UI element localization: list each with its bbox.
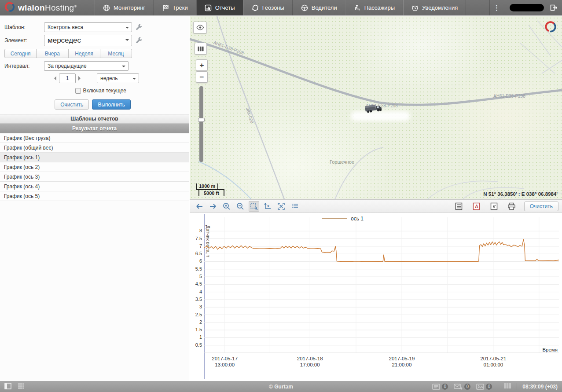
chart-area[interactable]: ось 1 Датчик веса, т 0.511.522.533.544.5… (190, 213, 562, 381)
templates-section-header[interactable]: Шаблоны отчетов (0, 114, 189, 124)
chart-data-table-button[interactable] (290, 201, 300, 212)
user-name-redacted[interactable] (510, 4, 544, 11)
statusbar: © Gurtam 0 0 0 08:39:09 (+03) (0, 381, 562, 392)
interval-count-input[interactable] (59, 73, 76, 83)
increment-arrow[interactable] (78, 76, 83, 81)
wialon-swirl-icon (4, 2, 15, 14)
toggle-sidebar-icon[interactable] (4, 383, 11, 391)
template-settings-wrench-icon[interactable] (136, 24, 143, 31)
wialon-app: wialonHosting® МониторингТрекиОтчетыГеоз… (0, 0, 562, 392)
driver-icon (301, 4, 308, 11)
tab-label: Отчеты (215, 4, 235, 11)
tab-alarm[interactable]: Уведомления (403, 0, 466, 15)
sensor-line-chart (190, 213, 562, 381)
more-menu-button[interactable]: ⋮ (489, 0, 503, 15)
chart-reset-scale-button[interactable]: x (262, 201, 273, 212)
result-section-header[interactable]: Результат отчета (0, 124, 189, 133)
flag-icon (162, 4, 169, 11)
svg-text:A: A (475, 204, 478, 209)
highway-label-3: АН61-Е38-Р298 (493, 94, 525, 99)
tab-globe[interactable]: Мониторинг (95, 0, 154, 15)
x-axis-title: Время (542, 347, 558, 352)
zoom-in-button[interactable]: + (196, 59, 208, 71)
map-provider-logo-icon (544, 21, 557, 34)
tab-flag[interactable]: Треки (154, 0, 196, 15)
passenger-icon (354, 4, 361, 11)
export-pdf-button[interactable]: A (471, 201, 482, 212)
badge-count: 0 (464, 383, 471, 390)
include-current-checkbox[interactable] (75, 88, 81, 94)
chart-clear-button[interactable]: Очистить (524, 201, 558, 211)
logout-icon[interactable] (550, 4, 558, 11)
tab-label: Мониторинг (114, 4, 145, 11)
tab-passenger[interactable]: Пассажиры (345, 0, 403, 15)
topbar-right: ⋮ (489, 0, 562, 15)
town-label: Горшечное (330, 159, 354, 165)
zoom-out-button[interactable]: − (196, 71, 208, 83)
notifications-messages-badge[interactable]: 0 (454, 383, 471, 390)
notifications-media-badge[interactable]: 0 (476, 383, 492, 390)
template-select[interactable]: Контроль веса (44, 22, 132, 32)
apps-grid-icon[interactable] (18, 383, 25, 391)
badge-count: 0 (441, 383, 448, 390)
report-result-list: График (Вес груза)График (общий вес)Граф… (0, 133, 189, 201)
notifications-reports-badge[interactable]: 0 (432, 383, 448, 390)
visibility-eye-button[interactable] (193, 22, 207, 33)
wordmark: wialonHosting® (18, 3, 77, 13)
result-list-item[interactable]: График (Вес груза) (0, 133, 189, 143)
quick-range-button-2[interactable]: Неделя (68, 49, 100, 58)
wialon-logo: wialonHosting® (0, 0, 95, 15)
result-list-item[interactable]: График (общий вес) (0, 143, 189, 153)
result-list-item[interactable]: График (ось 1) (0, 153, 189, 162)
cursor-coordinates: N 51° 36.3850' : E 038° 06.8984' (483, 191, 558, 197)
chart-zoom-out-button[interactable] (235, 201, 246, 212)
template-label: Шаблон: (4, 24, 44, 30)
open-report-button[interactable] (454, 201, 464, 212)
execute-button[interactable]: Выполнить (92, 99, 131, 110)
map-zoom-slider-handle[interactable] (198, 118, 205, 122)
export-file-button[interactable] (489, 201, 500, 212)
report-icon (205, 4, 212, 11)
map-zoom-slider[interactable] (199, 86, 203, 162)
include-current-label: Включая текущее (83, 88, 126, 94)
chart-export-group: A Очистить (454, 201, 558, 212)
unit-label: Элемент: (4, 37, 44, 44)
tab-label: Пассажиры (364, 4, 395, 11)
result-list-item[interactable]: График (ось 4) (0, 182, 189, 191)
tab-driver[interactable]: Водители (293, 0, 345, 15)
interval-stepper: недель (52, 73, 189, 83)
tab-label: Треки (173, 4, 188, 11)
table-view-icon[interactable] (503, 383, 511, 390)
badge-count: 0 (485, 383, 492, 390)
chart-forward-button[interactable] (208, 201, 218, 212)
clock-time: 08:39:09 (+03) (522, 384, 558, 390)
chart-toolbar: x A (190, 200, 562, 213)
quick-range-button-1[interactable]: Вчера (36, 49, 68, 58)
map-layers-button[interactable] (195, 43, 207, 55)
print-button[interactable] (507, 201, 517, 212)
interval-type-select[interactable]: За предыдущие (44, 61, 129, 71)
chart-back-button[interactable] (194, 201, 205, 212)
map[interactable]: АН61-Е38-Р298 АН61-Е38-Р298 АН61-Е38-Р29… (190, 16, 562, 199)
alarm-icon (411, 4, 419, 11)
quick-range-button-0[interactable]: Сегодня (4, 49, 37, 58)
chart-fit-extent-button[interactable] (276, 201, 287, 212)
topbar: wialonHosting® МониторингТрекиОтчетыГеоз… (0, 0, 562, 16)
tab-geofence[interactable]: Геозоны (243, 0, 293, 15)
globe-icon (103, 4, 110, 11)
tab-label: Водители (312, 4, 337, 11)
decrement-arrow[interactable] (52, 76, 56, 81)
chart-box-zoom-button[interactable] (249, 201, 259, 212)
unit-settings-wrench-icon[interactable] (136, 37, 143, 44)
clear-form-button[interactable]: Очистить (55, 99, 89, 110)
quick-range-button-3[interactable]: Месяц (100, 49, 132, 58)
result-list-item[interactable]: График (ось 2) (0, 162, 189, 172)
result-list-item[interactable]: График (ось 5) (0, 191, 189, 201)
chart-zoom-in-button[interactable] (221, 201, 232, 212)
result-list-item[interactable]: График (ось 3) (0, 172, 189, 182)
interval-unit-select[interactable]: недель (97, 73, 139, 83)
unit-select[interactable]: мерседес (44, 35, 132, 46)
scale-feet: 5000 ft (198, 189, 224, 196)
tab-report[interactable]: Отчеты (196, 0, 243, 15)
tab-label: Уведомления (422, 4, 458, 11)
